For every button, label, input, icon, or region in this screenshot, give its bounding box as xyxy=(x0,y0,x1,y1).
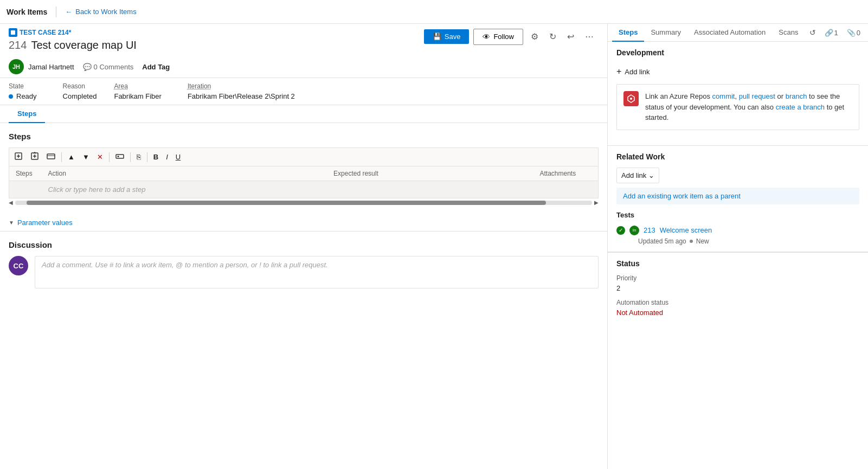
test-updated-text: Updated 5m ago xyxy=(638,237,686,245)
col-action: Action xyxy=(42,166,327,181)
reason-label: Reason xyxy=(63,82,97,90)
scroll-left-arrow[interactable]: ◀ xyxy=(9,200,13,205)
discussion-section: Discussion CC Add a comment. Use # to li… xyxy=(0,232,607,297)
back-arrow-icon: ← xyxy=(65,8,72,16)
parameter-values-row[interactable]: ▼ Parameter values xyxy=(0,214,607,231)
iteration-value[interactable]: Fabrikam Fiber\Release 2\Sprint 2 xyxy=(188,92,295,100)
settings-button[interactable]: ⚙ xyxy=(528,28,542,45)
scroll-thumb xyxy=(27,201,546,205)
azure-repos-link-box: Link an Azure Repos commit, pull request… xyxy=(616,84,859,130)
copy-btn[interactable]: ⎘ xyxy=(134,151,144,163)
more-options-button[interactable]: ⋯ xyxy=(582,28,597,45)
tests-label: Tests xyxy=(616,211,859,219)
params-btn[interactable] xyxy=(113,150,127,164)
state-dot xyxy=(9,94,13,99)
right-tab-steps[interactable]: Steps xyxy=(612,24,644,42)
work-item-meta: JH Jamal Hartnett 💬 0 Comments Add Tag xyxy=(9,56,599,78)
bold-btn[interactable]: B xyxy=(151,151,161,163)
params-icon xyxy=(115,152,124,160)
svg-rect-8 xyxy=(116,155,124,158)
area-label: Area xyxy=(114,82,161,90)
azure-repos-icon xyxy=(623,91,639,106)
param-chevron-icon: ▼ xyxy=(9,220,14,226)
col-steps: Steps xyxy=(9,166,42,181)
insert-step-btn[interactable] xyxy=(28,150,42,164)
left-fields: State Ready Reason Completed xyxy=(9,82,97,100)
development-section: Development + Add link Link an Azure Rep… xyxy=(608,42,868,145)
attachment-icon: 📎 xyxy=(847,29,856,37)
save-icon: 💾 xyxy=(433,33,441,41)
back-to-work-items-link[interactable]: ← Back to Work Items xyxy=(65,8,136,16)
state-value[interactable]: Ready xyxy=(9,92,37,100)
commit-link[interactable]: commit xyxy=(712,92,735,100)
test-case-icon xyxy=(9,28,17,37)
toolbar-divider-1 xyxy=(61,152,62,162)
test-id[interactable]: 213 xyxy=(644,226,655,234)
add-step-btn[interactable] xyxy=(11,150,25,164)
test-status-dot xyxy=(690,240,693,243)
test-status-icon: ✓ xyxy=(616,226,625,235)
pull-request-link[interactable]: pull request xyxy=(739,92,775,100)
refresh-button[interactable]: ↻ xyxy=(546,28,560,45)
main-container: TEST CASE 214* 214 Test coverage map UI … xyxy=(0,24,868,469)
tab-steps[interactable]: Steps xyxy=(9,105,45,123)
move-down-btn[interactable]: ▼ xyxy=(80,151,92,163)
automation-status-value[interactable]: Not Automated xyxy=(616,309,859,317)
move-up-btn[interactable]: ▲ xyxy=(65,151,78,163)
delete-btn[interactable]: ✕ xyxy=(94,151,106,163)
follow-button[interactable]: 👁 Follow xyxy=(473,29,523,45)
reason-value[interactable]: Completed xyxy=(63,92,97,100)
development-title: Development xyxy=(616,48,859,57)
right-panel: Steps Summary Associated Automation Scan… xyxy=(608,24,868,469)
step-number-cell xyxy=(9,181,42,198)
comment-input[interactable]: Add a comment. Use # to link a work item… xyxy=(35,256,599,288)
add-link-button[interactable]: + Add link xyxy=(616,63,859,80)
top-nav: Work Items ← Back to Work Items xyxy=(0,0,868,24)
underline-btn[interactable]: U xyxy=(173,151,183,163)
right-tab-scans[interactable]: Scans xyxy=(772,24,805,42)
toolbar-divider-2 xyxy=(109,152,110,162)
add-parent-link-btn[interactable]: Add an existing work item as a parent xyxy=(616,188,859,204)
iteration-label: Iteration xyxy=(188,82,295,90)
right-tab-summary[interactable]: Summary xyxy=(644,24,687,42)
test-case-icon-inner xyxy=(11,30,15,35)
svg-rect-6 xyxy=(47,154,55,159)
scroll-track[interactable] xyxy=(15,201,592,205)
attachments-btn[interactable]: 📎 0 xyxy=(844,25,864,40)
priority-value[interactable]: 2 xyxy=(616,284,859,292)
repos-svg xyxy=(627,94,635,103)
state-field: State Ready xyxy=(9,82,37,100)
horizontal-scroll[interactable]: ◀ ▶ xyxy=(9,200,599,205)
add-action-icon xyxy=(47,152,55,160)
comments-link[interactable]: 💬 0 Comments xyxy=(83,63,134,71)
link-icon: 🔗 xyxy=(825,29,833,37)
param-values-label: Parameter values xyxy=(17,219,73,227)
right-tabs: Steps Summary Associated Automation Scan… xyxy=(608,24,868,42)
right-actions: 💾 Save 👁 Follow ⚙ ↻ ↩ ⋯ xyxy=(424,28,597,45)
add-action-btn[interactable] xyxy=(44,150,58,164)
create-branch-link[interactable]: create a branch xyxy=(776,103,825,111)
add-step-cell[interactable]: Click or type here to add a step xyxy=(42,181,599,198)
steps-header-row: Steps Action Expected result Attachments xyxy=(9,166,599,181)
left-panel: TEST CASE 214* 214 Test coverage map UI … xyxy=(0,24,608,469)
left-tabs: Steps xyxy=(0,105,607,123)
test-name-link[interactable]: Welcome screen xyxy=(660,226,712,234)
add-link-dropdown-btn[interactable]: Add link ⌄ xyxy=(616,168,659,183)
scroll-right-arrow[interactable]: ▶ xyxy=(594,200,599,205)
save-button[interactable]: 💾 Save xyxy=(424,29,470,44)
italic-btn[interactable]: I xyxy=(163,151,171,163)
state-label: State xyxy=(9,82,37,90)
right-tab-associated-automation[interactable]: Associated Automation xyxy=(687,24,772,42)
related-work-section: Related Work Add link ⌄ Add an existing … xyxy=(608,146,868,252)
test-item: ✓ In 213 Welcome screen xyxy=(616,223,859,237)
steps-section: Steps ▲ ▼ ✕ xyxy=(0,123,607,214)
history-icon-btn[interactable]: ↺ xyxy=(806,25,819,40)
status-section: Status Priority 2 Automation status Not … xyxy=(608,252,868,323)
svg-point-9 xyxy=(117,156,119,157)
area-value[interactable]: Fabrikam Fiber xyxy=(114,92,161,100)
add-step-row[interactable]: Click or type here to add a step xyxy=(9,181,599,198)
links-btn[interactable]: 🔗 1 xyxy=(821,25,841,40)
branch-link[interactable]: branch xyxy=(786,92,807,100)
undo-button[interactable]: ↩ xyxy=(564,28,577,45)
add-tag-button[interactable]: Add Tag xyxy=(142,63,170,71)
